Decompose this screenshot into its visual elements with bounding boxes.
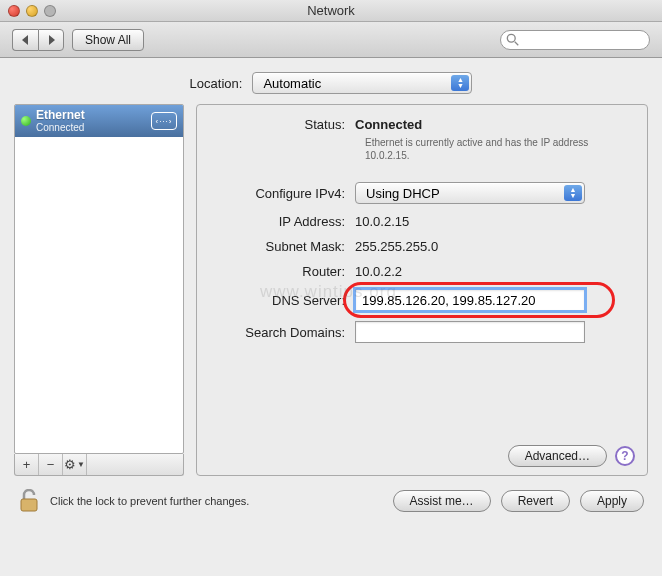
ip-value: 10.0.2.15	[355, 214, 409, 229]
subnet-value: 255.255.255.0	[355, 239, 438, 254]
svg-point-0	[507, 34, 515, 42]
search-wrap	[500, 30, 650, 50]
dns-label: DNS Server:	[215, 293, 355, 308]
router-label: Router:	[215, 264, 355, 279]
back-button[interactable]	[12, 29, 38, 51]
assist-button[interactable]: Assist me…	[393, 490, 491, 512]
location-select[interactable]: Automatic ▲▼	[252, 72, 472, 94]
ip-label: IP Address:	[215, 214, 355, 229]
nav-segmented	[12, 29, 64, 51]
forward-button[interactable]	[38, 29, 64, 51]
location-row: Location: Automatic ▲▼	[0, 58, 662, 104]
svg-rect-2	[21, 499, 37, 511]
apply-button[interactable]: Apply	[580, 490, 644, 512]
show-all-button[interactable]: Show All	[72, 29, 144, 51]
help-button[interactable]: ?	[615, 446, 635, 466]
configure-select[interactable]: Using DHCP ▲▼	[355, 182, 585, 204]
status-label: Status:	[215, 117, 355, 132]
connection-name: Ethernet	[36, 109, 151, 122]
add-connection-button[interactable]: +	[15, 454, 39, 475]
search-domains-input[interactable]	[355, 321, 585, 343]
sidebar: Ethernet Connected ‹···› + − ⚙▼	[14, 104, 184, 476]
window-title: Network	[0, 3, 662, 18]
gear-icon: ⚙	[64, 457, 76, 472]
revert-button[interactable]: Revert	[501, 490, 570, 512]
lock-text: Click the lock to prevent further change…	[50, 495, 383, 507]
search-domains-label: Search Domains:	[215, 325, 355, 340]
lock-icon[interactable]	[18, 488, 40, 514]
svg-line-1	[515, 41, 519, 45]
toolbar: Show All	[0, 22, 662, 58]
ethernet-icon: ‹···›	[151, 112, 177, 130]
location-label: Location:	[190, 76, 243, 91]
subnet-label: Subnet Mask:	[215, 239, 355, 254]
status-subtext: Ethernet is currently active and has the…	[365, 136, 629, 162]
advanced-button[interactable]: Advanced…	[508, 445, 607, 467]
search-icon	[506, 33, 520, 47]
remove-connection-button[interactable]: −	[39, 454, 63, 475]
sidebar-footer: + − ⚙▼	[14, 454, 184, 476]
bottom-row: Click the lock to prevent further change…	[0, 476, 662, 526]
detail-panel: Status: Connected Ethernet is currently …	[196, 104, 648, 476]
status-value: Connected	[355, 117, 422, 132]
status-dot-icon	[21, 116, 31, 126]
configure-value: Using DHCP	[366, 186, 440, 201]
router-value: 10.0.2.2	[355, 264, 402, 279]
connection-text: Ethernet Connected	[36, 109, 151, 133]
location-value: Automatic	[263, 76, 321, 91]
connection-item[interactable]: Ethernet Connected ‹···›	[15, 105, 183, 137]
search-input[interactable]	[500, 30, 650, 50]
chevron-updown-icon: ▲▼	[564, 185, 582, 201]
connection-status: Connected	[36, 122, 151, 133]
dns-input[interactable]	[355, 289, 585, 311]
titlebar: Network	[0, 0, 662, 22]
chevron-updown-icon: ▲▼	[451, 75, 469, 91]
gear-button[interactable]: ⚙▼	[63, 454, 87, 475]
connection-list[interactable]: Ethernet Connected ‹···›	[14, 104, 184, 454]
chevron-down-icon: ▼	[77, 460, 85, 469]
configure-label: Configure IPv4:	[215, 186, 355, 201]
